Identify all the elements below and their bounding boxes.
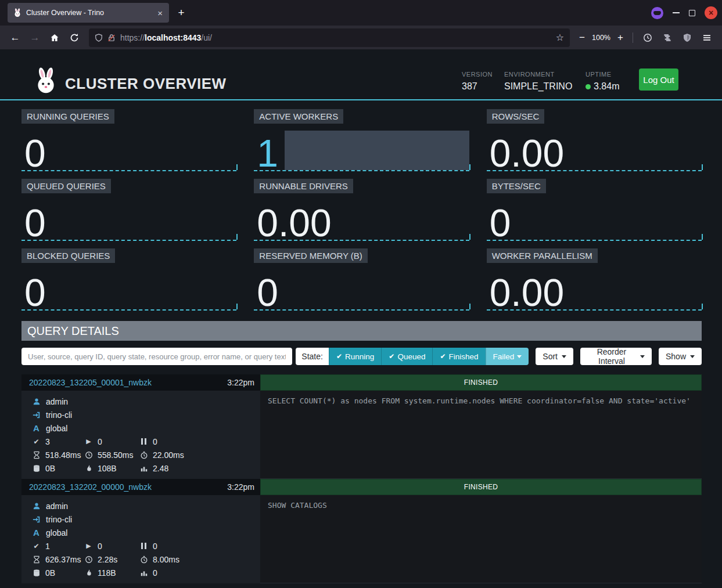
query-times-row: 626.37ms 2.28s (32, 553, 260, 566)
tracking-shield-icon[interactable] (95, 34, 103, 42)
home-icon[interactable] (45, 29, 64, 46)
filter-queued-label: Queued (397, 352, 425, 361)
menu-hamburger-icon[interactable] (698, 29, 716, 46)
query-resource-group-row: A global (32, 526, 260, 539)
query-times-row: 518.48ms 558.50ms (32, 448, 260, 461)
stat-label: BYTES/SEC (487, 179, 546, 193)
cluster-stats-grid: RUNNING QUERIES 0 ACTIVE WORKERS 1 ROWS/… (21, 109, 702, 311)
hourglass-icon (32, 555, 41, 564)
url-bar[interactable]: https://localhost:8443/ui/ ☆ (89, 28, 570, 47)
stat-panel-bytes-sec: BYTES/SEC 0 (487, 179, 702, 241)
queued-time-value: 626.37ms (45, 555, 81, 564)
sparkline-chart (21, 131, 236, 171)
stopwatch-icon (139, 555, 148, 564)
filter-running-label: Running (345, 352, 374, 361)
query-id-link[interactable]: 20220823_132202_00000_nwbzk (29, 482, 152, 492)
user-icon (32, 502, 41, 510)
stat-value: 0 (24, 136, 46, 171)
container-tab-icon[interactable] (651, 7, 663, 19)
query-meta-column: admin trino-cli A global (21, 495, 260, 583)
reorder-interval-dropdown[interactable]: Reorder Interval (580, 348, 652, 365)
stat-panel-blocked-queries: BLOCKED QUERIES 0 (21, 248, 236, 311)
sparkline-fill (285, 131, 469, 170)
zoom-out-icon[interactable]: − (575, 29, 589, 46)
insecure-lock-icon[interactable] (107, 34, 116, 42)
url-scheme: https:// (120, 33, 145, 42)
sparkline-chart (254, 131, 469, 171)
filter-queued-button[interactable]: ✔ Queued (381, 348, 432, 365)
window-close-icon[interactable]: × (705, 6, 717, 19)
query-search-input[interactable] (21, 348, 292, 365)
queued-time: 626.37ms (32, 555, 84, 564)
uptime-status-dot (585, 84, 591, 89)
new-tab-button[interactable]: + (173, 4, 190, 21)
check-icon: ✔ (32, 438, 41, 446)
query-resource-group: global (46, 424, 67, 433)
zoom-in-icon[interactable]: + (613, 29, 627, 46)
forward-icon[interactable]: → (26, 29, 44, 46)
current-memory-value: 0B (45, 568, 55, 578)
source-login-icon (32, 410, 41, 419)
back-icon[interactable]: ← (6, 29, 24, 46)
uptime-label: UPTIME (585, 71, 619, 78)
grid-icon (139, 464, 148, 472)
bookmark-star-icon[interactable]: ☆ (556, 32, 564, 43)
stat-value: 0 (490, 205, 511, 241)
version-label: VERSION (462, 71, 493, 78)
peak-memory-value: 118B (98, 568, 116, 578)
check-icon: ✔ (32, 542, 41, 550)
reload-icon[interactable] (65, 29, 84, 46)
stat-panel-reserved-memory: RESERVED MEMORY (B) 0 (254, 248, 469, 311)
query-body: admin trino-cli A global (21, 391, 702, 479)
logout-button[interactable]: Log Out (639, 68, 678, 91)
show-dropdown[interactable]: Show (659, 348, 702, 365)
filter-running-button[interactable]: ✔ Running (329, 348, 381, 365)
query-time: 3:22pm (227, 378, 254, 387)
stat-value: 0 (257, 275, 278, 311)
completed-splits: ✔ 1 (32, 542, 84, 551)
query-user: admin (46, 397, 68, 406)
stat-label: WORKER PARALLELISM (487, 248, 598, 263)
query-item: 20220823_132202_00000_nwbzk 3:22pm FINIS… (21, 479, 702, 583)
zoom-level[interactable]: 100% (590, 34, 612, 42)
history-clock-icon[interactable] (638, 29, 657, 46)
tab-close-icon[interactable]: × (156, 9, 164, 17)
stat-panel-active-workers: ACTIVE WORKERS 1 (254, 109, 469, 171)
check-icon: ✔ (440, 352, 446, 360)
user-icon (32, 397, 41, 406)
queued-splits: 0 (139, 542, 157, 551)
current-memory: 0B (32, 464, 84, 473)
query-sql-text: SELECT COUNT(*) as nodes FROM system.run… (260, 391, 702, 479)
extension-icon[interactable] (658, 29, 677, 46)
url-path: /ui/ (201, 33, 212, 42)
minimize-icon[interactable] (673, 12, 680, 13)
reorder-interval-label: Reorder Interval (587, 347, 636, 366)
browser-tab[interactable]: Cluster Overview - Trino × (8, 3, 169, 23)
restore-icon[interactable] (689, 10, 695, 16)
filter-finished-button[interactable]: ✔ Finished (432, 348, 485, 365)
query-source: trino-cli (46, 515, 72, 524)
query-id-link[interactable]: 20220823_132205_00001_nwbzk (29, 378, 152, 387)
version-meta: VERSION 387 (462, 71, 493, 92)
queued-splits: 0 (139, 437, 157, 446)
environment-meta: ENVIRONMENT SIMPLE_TRINO (504, 71, 572, 92)
filter-failed-dropdown[interactable]: Failed (486, 348, 529, 365)
url-text[interactable]: https://localhost:8443/ui/ (120, 33, 551, 42)
query-user: admin (46, 502, 68, 511)
cpu-time: 8.00ms (139, 555, 179, 564)
cumulative-memory: 0 (139, 568, 157, 578)
query-id-cell: 20220823_132205_00001_nwbzk 3:22pm (21, 374, 260, 391)
check-icon: ✔ (336, 352, 342, 360)
query-item: 20220823_132205_00001_nwbzk 3:22pm FINIS… (21, 374, 702, 479)
stat-value: 0.00 (490, 275, 564, 311)
sort-dropdown[interactable]: Sort (536, 348, 573, 365)
browser-window: Cluster Overview - Trino × + × ← → (0, 0, 722, 588)
wall-time-value: 558.50ms (98, 450, 133, 460)
queued-time: 518.48ms (32, 450, 84, 460)
chevron-down-icon (640, 355, 645, 358)
chevron-down-icon (517, 355, 522, 358)
privacy-shield-icon[interactable] (678, 29, 696, 46)
query-memory-row: 0B 108B (32, 461, 260, 475)
stat-value: 0 (24, 205, 46, 241)
query-details-header: QUERY DETAILS (21, 321, 702, 341)
